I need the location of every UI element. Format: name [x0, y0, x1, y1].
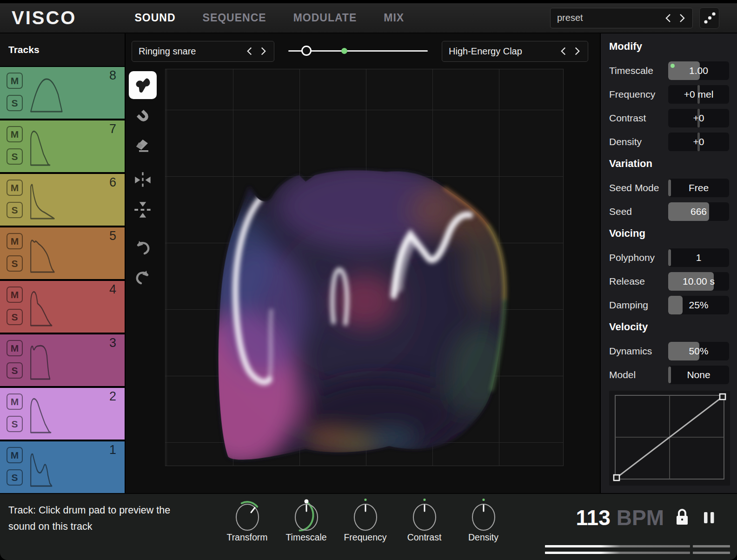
polyphony-selector[interactable]: 1	[668, 248, 729, 267]
undo-button[interactable]	[133, 239, 153, 257]
mute-button[interactable]: M	[7, 287, 23, 303]
canvas-toolbar	[126, 69, 159, 493]
solo-button[interactable]: S	[7, 362, 23, 379]
collapse-vertical-button[interactable]	[133, 200, 153, 219]
solo-button[interactable]: S	[7, 202, 23, 218]
morph-slider[interactable]	[288, 44, 428, 58]
section-velocity: Velocity	[609, 321, 729, 335]
velocity-curve-editor[interactable]	[609, 391, 730, 486]
contrast-slider[interactable]: +0	[668, 109, 729, 127]
track-list: M S 8 M S 7 M S 6 M	[0, 67, 125, 493]
knob-contrast[interactable]: Contrast	[395, 497, 454, 543]
solo-button[interactable]: S	[7, 95, 23, 111]
morph-slider-handle[interactable]	[301, 46, 312, 56]
solo-button[interactable]: S	[7, 416, 23, 432]
param-label: Frequency	[609, 89, 668, 100]
mute-button[interactable]: M	[7, 340, 23, 356]
param-value: 1	[668, 248, 729, 267]
tab-sequence[interactable]: SEQUENCE	[203, 12, 266, 24]
eraser-tool-button[interactable]	[133, 135, 153, 154]
mute-button[interactable]: M	[7, 180, 23, 196]
param-value: 666	[668, 202, 729, 221]
param-value: 1.00	[668, 61, 729, 80]
redo-button[interactable]	[133, 268, 153, 287]
knob-transform[interactable]: Transform	[218, 497, 277, 543]
release-slider[interactable]: 10.00 s	[668, 272, 729, 291]
bpm-value[interactable]: 113	[576, 505, 611, 530]
param-row-dynamics: Dynamics 50%	[609, 342, 729, 360]
dice-icon	[702, 10, 717, 26]
morph-slider-marker	[341, 48, 347, 54]
redo-icon	[133, 268, 152, 287]
mute-button[interactable]: M	[7, 73, 23, 89]
meter-bar-right	[545, 552, 690, 554]
mirror-horizontal-icon	[133, 171, 152, 189]
source-next-icon[interactable]	[260, 46, 267, 56]
pause-icon[interactable]	[702, 509, 716, 526]
seed-mode-selector[interactable]: Free	[668, 179, 729, 197]
global-preset-selector[interactable]: preset	[550, 8, 693, 28]
track-envelope	[29, 286, 78, 328]
tab-mix[interactable]: MIX	[384, 12, 404, 24]
status-text: Track: Click drum pad to preview the sou…	[8, 502, 213, 535]
mirror-horizontal-button[interactable]	[133, 171, 153, 189]
source-preset-selector[interactable]: Ringing snare	[132, 41, 274, 62]
dynamics-slider[interactable]: 50%	[668, 342, 729, 360]
param-row-polyphony: Polyphony 1	[609, 248, 729, 267]
target-preset-selector[interactable]: High-Energy Clap	[442, 41, 588, 62]
preset-prev-icon[interactable]	[664, 13, 672, 23]
smudge-tool-button[interactable]	[129, 71, 157, 99]
param-value: 25%	[668, 296, 729, 314]
knob-label: Timescale	[286, 532, 326, 543]
knob-density[interactable]: Density	[454, 497, 513, 543]
knob-frequency[interactable]: Frequency	[336, 497, 395, 543]
source-prev-icon[interactable]	[246, 46, 253, 56]
param-value: +0	[668, 133, 729, 151]
damping-slider[interactable]: 25%	[668, 296, 729, 314]
track-row-1[interactable]: M S 1	[0, 441, 125, 493]
density-slider[interactable]: +0	[668, 133, 729, 151]
track-row-6[interactable]: M S 6	[0, 174, 125, 226]
mute-button[interactable]: M	[7, 233, 23, 249]
curve-handle-end[interactable]	[720, 394, 725, 400]
param-label: Timescale	[609, 65, 668, 76]
solo-button[interactable]: S	[7, 469, 23, 486]
collapse-vertical-icon	[133, 200, 152, 219]
tab-sound[interactable]: SOUND	[134, 12, 175, 24]
track-row-4[interactable]: M S 4	[0, 281, 125, 333]
randomize-button[interactable]	[699, 7, 719, 29]
target-prev-icon[interactable]	[560, 46, 567, 56]
knob-label: Transform	[226, 532, 267, 543]
tempo-lock-icon[interactable]	[674, 507, 691, 528]
param-value: None	[668, 366, 729, 384]
seed-slider[interactable]: 666	[668, 202, 729, 221]
preset-next-icon[interactable]	[678, 13, 686, 23]
magnet-icon	[133, 107, 152, 125]
knob-timescale[interactable]: Timescale	[277, 497, 336, 543]
timescale-slider[interactable]: 1.00	[668, 61, 729, 80]
velocity-curve	[609, 391, 730, 486]
solo-button[interactable]: S	[7, 148, 23, 165]
track-row-3[interactable]: M S 3	[0, 334, 125, 386]
track-row-7[interactable]: M S 7	[0, 120, 125, 172]
mute-button[interactable]: M	[7, 393, 23, 410]
meter-segment-right	[693, 552, 730, 554]
track-number: 8	[109, 68, 116, 83]
solo-button[interactable]: S	[7, 309, 23, 325]
tracks-sidebar: Tracks M S 8 M S 7 M S	[0, 33, 126, 493]
tab-modulate[interactable]: MODULATE	[293, 12, 357, 24]
track-row-8[interactable]: M S 8	[0, 67, 125, 119]
target-next-icon[interactable]	[574, 46, 581, 56]
spectral-canvas[interactable]	[165, 69, 564, 466]
solo-button[interactable]: S	[7, 255, 23, 272]
frequency-slider[interactable]: +0 mel	[668, 85, 729, 104]
mute-button[interactable]: M	[7, 447, 23, 463]
track-number: 2	[109, 389, 116, 404]
morph-header: Ringing snare High-Energy Clap	[126, 33, 600, 69]
track-row-2[interactable]: M S 2	[0, 388, 125, 440]
model-selector[interactable]: None	[668, 366, 729, 384]
magnet-tool-button[interactable]	[133, 107, 153, 125]
mute-button[interactable]: M	[7, 126, 23, 142]
track-row-5[interactable]: M S 5	[0, 227, 125, 279]
curve-handle-start[interactable]	[614, 475, 619, 480]
